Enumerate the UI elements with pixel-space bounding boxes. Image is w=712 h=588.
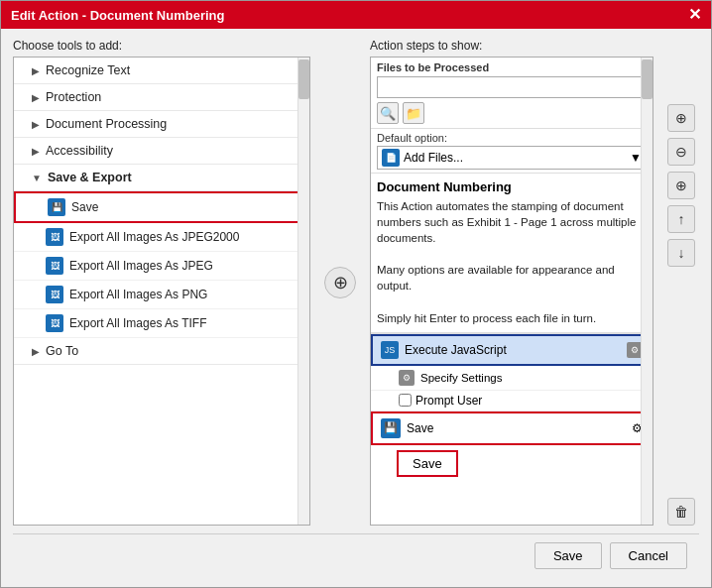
arrow-icon: ▶: [32, 346, 40, 357]
doc-numbering-desc: This Action automates the stamping of do…: [377, 198, 647, 326]
sidebar-item-label: Go To: [46, 344, 78, 358]
action-steps-list: JS Execute JavaScript ⚙ ⚙ Specify Settin…: [371, 333, 653, 445]
dialog-footer: Save Cancel: [13, 533, 699, 577]
action-step-execute-js[interactable]: JS Execute JavaScript ⚙: [371, 334, 653, 366]
sidebar-item-accessibility[interactable]: ▶ Accessibility: [14, 138, 309, 165]
up-arrow-icon: ↑: [678, 211, 685, 227]
right-btn-3-icon: ⊕: [675, 177, 687, 193]
settings-icon: ⚙: [399, 370, 415, 386]
export-icon: 🖼: [46, 257, 63, 275]
sub-item-label: Export All Images As PNG: [69, 288, 207, 301]
right-panel-label: Action steps to show:: [370, 39, 653, 53]
search-icon-btn[interactable]: 🔍: [377, 102, 399, 124]
prompt-row[interactable]: Prompt User: [371, 391, 653, 412]
execute-js-label: Execute JavaScript: [405, 343, 507, 357]
prompt-checkbox[interactable]: [399, 394, 412, 407]
sidebar-item-label: Save & Export: [48, 171, 132, 184]
save-popup[interactable]: Save: [397, 450, 458, 477]
cancel-button[interactable]: Cancel: [610, 542, 687, 569]
sidebar-item-recognize-text[interactable]: ▶ Recognize Text: [14, 58, 309, 84]
export-icon: 🖼: [46, 228, 63, 246]
export-icon: 🖼: [46, 314, 63, 332]
sidebar-item-protection[interactable]: ▶ Protection: [14, 84, 309, 111]
sidebar-item-save-export[interactable]: ▼ Save & Export: [14, 165, 309, 191]
title-bar: Edit Action - Document Numbering ✕: [1, 1, 711, 29]
dialog-title: Edit Action - Document Numbering: [11, 8, 224, 23]
folder-icon-btn[interactable]: 📁: [403, 102, 424, 124]
left-list: ▶ Recognize Text ▶ Protection ▶ Document…: [14, 58, 309, 365]
files-controls: 🔍 📁: [377, 102, 647, 124]
sub-item-jpeg[interactable]: 🖼 Export All Images As JPEG: [14, 252, 309, 281]
prompt-label: Prompt User: [415, 394, 482, 408]
doc-numbering-title: Document Numbering: [377, 179, 647, 194]
add-files-icon: 📄: [382, 149, 400, 167]
arrow-icon: ▼: [32, 173, 42, 183]
right-btn-1[interactable]: ⊕: [667, 104, 695, 132]
left-panel: Choose tools to add: ▶ Recognize Text ▶ …: [13, 39, 310, 526]
add-step-button[interactable]: ⊕: [324, 267, 356, 298]
sidebar-item-goto[interactable]: ▶ Go To: [14, 338, 309, 365]
down-arrow-icon: ↓: [678, 245, 685, 261]
sidebar-item-label: Recognize Text: [46, 63, 130, 77]
sub-item-jpeg2000[interactable]: 🖼 Export All Images As JPEG2000: [14, 223, 309, 252]
add-arrow-icon: ⊕: [333, 272, 348, 294]
left-list-container[interactable]: ▶ Recognize Text ▶ Protection ▶ Document…: [13, 57, 310, 526]
save-step-icon: 💾: [381, 418, 401, 438]
specify-settings-label: Specify Settings: [420, 372, 502, 384]
right-btn-1-icon: ⊕: [675, 110, 687, 126]
sub-items: 💾 Save 🖼 Export All Images As JPEG2000 🖼…: [14, 191, 309, 338]
sub-item-label: Export All Images As JPEG2000: [69, 230, 239, 244]
move-down-button[interactable]: ↓: [667, 239, 695, 267]
sidebar-item-label: Accessibility: [46, 144, 113, 158]
dialog-body: Choose tools to add: ▶ Recognize Text ▶ …: [1, 29, 711, 587]
execute-js-icon: JS: [381, 341, 399, 359]
arrow-icon: ▶: [32, 92, 40, 103]
right-btn-3[interactable]: ⊕: [667, 172, 695, 199]
right-list-container[interactable]: Files to be Processed 🔍 📁 Default option…: [370, 57, 653, 526]
sub-item-tiff[interactable]: 🖼 Export All Images As TIFF: [14, 309, 309, 338]
move-up-button[interactable]: ↑: [667, 205, 695, 233]
right-scrollbar[interactable]: [641, 58, 653, 525]
trash-icon: 🗑: [674, 504, 688, 520]
arrow-icon: ▶: [32, 146, 40, 157]
export-icon: 🖼: [46, 286, 63, 303]
default-option-label: Default option:: [377, 132, 647, 144]
step-settings-row[interactable]: ⚙ Specify Settings: [371, 366, 653, 391]
sub-item-label: Export All Images As JPEG: [69, 259, 213, 273]
arrow-icon: ▶: [32, 119, 40, 130]
files-label: Files to be Processed: [377, 61, 647, 73]
right-btn-2[interactable]: ⊖: [667, 138, 695, 166]
right-side-buttons: ⊕ ⊖ ⊕ ↑ ↓ 🗑: [663, 39, 699, 526]
sidebar-item-label: Protection: [46, 90, 101, 104]
delete-button[interactable]: 🗑: [667, 498, 695, 526]
save-step-row[interactable]: 💾 Save ⚙ Save: [371, 412, 653, 445]
scrollbar-thumb: [298, 59, 309, 99]
save-button[interactable]: Save: [534, 542, 602, 569]
sub-item-save[interactable]: 💾 Save: [14, 191, 309, 223]
add-files-select[interactable]: 📄 Add Files... ▼: [377, 146, 647, 170]
sub-item-png[interactable]: 🖼 Export All Images As PNG: [14, 281, 309, 309]
sub-item-label: Export All Images As TIFF: [69, 316, 207, 330]
dialog: Edit Action - Document Numbering ✕ Choos…: [0, 0, 712, 588]
doc-numbering-section: Document Numbering This Action automates…: [371, 174, 653, 333]
arrow-icon: ▶: [32, 65, 40, 76]
close-button[interactable]: ✕: [688, 7, 701, 23]
scrollbar[interactable]: [297, 58, 309, 525]
files-section: Files to be Processed 🔍 📁: [371, 58, 653, 129]
left-panel-label: Choose tools to add:: [13, 39, 310, 53]
sidebar-item-document-processing[interactable]: ▶ Document Processing: [14, 111, 309, 138]
middle-controls: ⊕: [320, 39, 360, 526]
sidebar-item-label: Document Processing: [46, 117, 167, 131]
save-icon: 💾: [48, 198, 65, 216]
files-input[interactable]: [377, 76, 647, 98]
save-popup-label: Save: [413, 456, 442, 471]
right-scrollbar-thumb: [642, 59, 653, 99]
default-option-row: Default option: 📄 Add Files... ▼: [371, 129, 653, 174]
columns: Choose tools to add: ▶ Recognize Text ▶ …: [13, 39, 699, 526]
save-step-label: Save: [407, 421, 433, 435]
sub-item-label: Save: [71, 200, 98, 214]
add-files-label: Add Files...: [404, 151, 463, 165]
right-btn-2-icon: ⊖: [675, 144, 687, 160]
right-panel: Action steps to show: Files to be Proces…: [370, 39, 653, 526]
